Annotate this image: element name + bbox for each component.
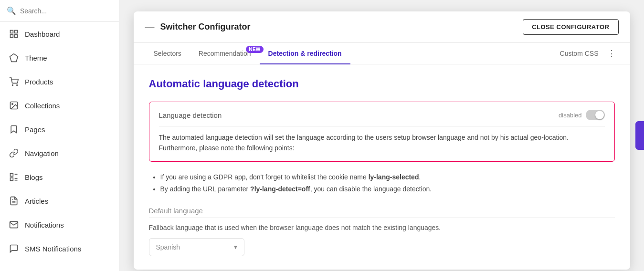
cart-icon <box>9 76 19 87</box>
sidebar-item-theme[interactable]: Theme <box>0 46 119 70</box>
link-icon <box>9 148 19 158</box>
sidebar-item-articles[interactable]: Articles <box>0 189 119 213</box>
list-square-icon <box>9 172 19 182</box>
toggle-status: disabled <box>559 112 581 119</box>
svg-rect-1 <box>15 31 18 33</box>
file-text-icon <box>9 196 19 206</box>
sidebar-label-pages: Pages <box>25 125 45 134</box>
main-content: — Switcher Configurator CLOSE CONFIGURAT… <box>119 0 644 271</box>
sidebar-item-blogs[interactable]: Blogs <box>0 165 119 189</box>
mail-icon <box>9 219 19 230</box>
panel-tabs-right: Custom CSS ⋮ <box>560 46 619 61</box>
panel-dash: — <box>145 21 155 32</box>
default-language-title: Default language <box>149 207 615 215</box>
svg-rect-3 <box>15 35 18 38</box>
panel-body: Automatic language detection Language de… <box>134 64 630 270</box>
detection-box-header: Language detection disabled <box>159 110 605 120</box>
sidebar-label-articles: Articles <box>25 197 48 205</box>
sidebar-label-theme: Theme <box>25 54 47 62</box>
sidebar-label-notifications: Notifications <box>25 221 64 229</box>
svg-point-8 <box>12 104 13 105</box>
detection-description: The automated language detection will se… <box>159 132 605 154</box>
image-icon <box>9 100 19 111</box>
sidebar-label-navigation: Navigation <box>25 149 59 157</box>
default-lang-divider <box>149 218 615 218</box>
sidebar-label-dashboard: Dashboard <box>25 30 60 38</box>
close-configurator-button[interactable]: CLOSE CONFIGURATOR <box>523 19 618 35</box>
chat-icon <box>9 243 19 254</box>
bullet-item-url-param: By adding the URL parameter ?ly-lang-det… <box>160 183 615 195</box>
default-language-section: Default language Fallback language that … <box>149 207 615 256</box>
tab-detection-redirection[interactable]: Detection & redirection <box>260 43 350 64</box>
detection-label: Language detection <box>159 111 222 119</box>
sidebar-item-sms-notifications[interactable]: SMS Notifications <box>0 237 119 261</box>
sidebar-label-blogs: Blogs <box>25 173 43 181</box>
language-select[interactable]: Spanish English French German Italian <box>149 238 244 256</box>
search-input[interactable] <box>20 7 112 15</box>
tab-selectors[interactable]: Selectors <box>145 43 190 64</box>
search-bar[interactable]: 🔍 <box>0 0 119 22</box>
section-title: Automatic language detection <box>149 78 615 90</box>
right-bar <box>635 121 644 150</box>
svg-rect-2 <box>11 35 13 38</box>
toggle-group: disabled <box>559 110 604 120</box>
tab-recommendation[interactable]: Recommendation NEW <box>190 43 260 64</box>
panel-title-group: — Switcher Configurator <box>145 21 251 32</box>
sidebar-label-collections: Collections <box>25 102 60 110</box>
panel-title: Switcher Configurator <box>160 22 251 32</box>
panel-tabs: Selectors Recommendation NEW Detection &… <box>134 43 630 64</box>
fallback-description: Fallback language that is used when the … <box>149 224 615 231</box>
detection-divider <box>159 126 605 126</box>
svg-point-6 <box>17 85 18 86</box>
svg-rect-9 <box>11 174 13 177</box>
sidebar-label-products: Products <box>25 78 53 86</box>
custom-css-link[interactable]: Custom CSS <box>560 50 599 57</box>
svg-rect-10 <box>11 178 13 181</box>
bullet-list: If you are using a GDPR app, don't forge… <box>149 171 615 195</box>
svg-marker-4 <box>10 54 18 62</box>
sidebar-nav: Dashboard Theme Products <box>0 22 119 271</box>
grid-icon <box>9 29 19 39</box>
bookmark-icon <box>9 124 19 135</box>
sidebar-item-notifications[interactable]: Notifications <box>0 213 119 237</box>
sidebar-item-dashboard[interactable]: Dashboard <box>0 22 119 46</box>
sidebar-label-sms-notifications: SMS Notifications <box>25 245 81 253</box>
sidebar: 🔍 Dashboard Theme <box>0 0 119 271</box>
sidebar-item-collections[interactable]: Collections <box>0 94 119 117</box>
sidebar-item-pages[interactable]: Pages <box>0 117 119 141</box>
sidebar-item-products[interactable]: Products <box>0 70 119 94</box>
svg-point-5 <box>12 85 13 86</box>
language-select-wrapper: Spanish English French German Italian ▼ <box>149 238 244 256</box>
bullet-item-gdpr: If you are using a GDPR app, don't forge… <box>160 171 615 183</box>
sidebar-item-navigation[interactable]: Navigation <box>0 141 119 165</box>
search-icon: 🔍 <box>7 6 16 15</box>
configurator-panel: — Switcher Configurator CLOSE CONFIGURAT… <box>134 11 630 270</box>
language-detection-toggle[interactable] <box>586 110 605 120</box>
menu-dots-icon[interactable]: ⋮ <box>604 46 619 61</box>
language-detection-box: Language detection disabled The automate… <box>149 102 615 162</box>
panel-header: — Switcher Configurator CLOSE CONFIGURAT… <box>134 11 630 43</box>
diamond-icon <box>9 52 19 63</box>
svg-rect-0 <box>11 31 13 33</box>
